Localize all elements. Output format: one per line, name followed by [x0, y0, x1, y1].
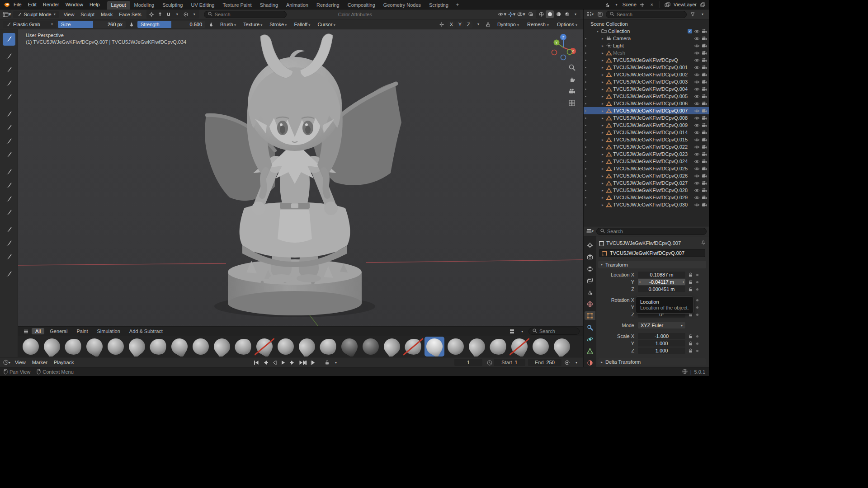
shelf-menu-icon[interactable] — [22, 328, 30, 335]
hide-eye-icon[interactable] — [694, 138, 700, 142]
expand-chevron-icon[interactable]: ▸ — [600, 44, 605, 48]
brush-thumbnail-15[interactable] — [318, 337, 338, 357]
workspace-tab-shading[interactable]: Shading — [256, 1, 282, 9]
expand-chevron-icon[interactable]: ▸ — [600, 102, 605, 106]
sculpt-tool-16[interactable] — [3, 251, 15, 263]
brush-thumbnail-12[interactable] — [255, 337, 274, 357]
menu-edit[interactable]: Edit — [25, 1, 40, 8]
sculpt-tool-6[interactable] — [3, 108, 15, 121]
outliner-row-tvcu5jwjegwkfiwfdcpvq-003[interactable]: ▸TVCU5JWJeGwKFiwfDCpvQ.003 — [584, 78, 709, 85]
gizmos-toggle-icon[interactable]: ▾ — [508, 10, 516, 18]
disable-render-icon[interactable] — [702, 101, 707, 106]
next-keyframe-button[interactable] — [288, 359, 297, 366]
outliner-row-tvcu5jwjegwkfiwfdcpvq-030[interactable]: ▸TVCU5JWJeGwKFiwfDCpvQ.030 — [584, 201, 709, 208]
sculpt-model[interactable] — [18, 29, 583, 357]
visibility-eye-icon[interactable]: ▾ — [498, 10, 506, 18]
prev-keyframe-button[interactable] — [261, 359, 269, 366]
3d-viewport[interactable]: User Perspective (1) TVCU5JWJeGwKFiwfDCp… — [18, 29, 583, 357]
hide-eye-icon[interactable] — [694, 160, 700, 164]
expand-chevron-icon[interactable]: ▸ — [600, 123, 605, 127]
decrement-arrow-icon[interactable]: ‹ — [639, 279, 641, 285]
brush-thumbnail-17[interactable] — [361, 337, 381, 357]
brush-thumbnail-19[interactable] — [403, 337, 423, 357]
workspace-tab-layout[interactable]: Layout — [107, 1, 130, 9]
snap-magnet-icon[interactable] — [165, 10, 173, 18]
hide-eye-icon[interactable] — [694, 123, 700, 127]
frame-start-field[interactable]: Start1 — [494, 359, 525, 366]
sculpt-tool-15[interactable] — [3, 237, 15, 250]
expand-chevron-icon[interactable]: ▸ — [600, 174, 605, 178]
animate-dot[interactable] — [696, 335, 698, 338]
animate-dot[interactable] — [696, 343, 698, 345]
brush-thumbnail-4[interactable] — [85, 337, 104, 357]
blender-logo-icon[interactable] — [3, 1, 10, 8]
popover-falloff[interactable]: Falloff ▾ — [291, 21, 313, 28]
navigation-gizmo[interactable]: Z X Y — [549, 32, 578, 61]
disable-render-icon[interactable] — [702, 36, 707, 41]
ortho-toggle-icon[interactable] — [568, 99, 576, 107]
add-viewlayer-icon[interactable] — [699, 1, 706, 8]
disable-render-icon[interactable] — [702, 108, 707, 113]
outliner-row-light[interactable]: ▸Light — [584, 42, 709, 49]
mirror-y-toggle[interactable]: Y — [456, 21, 464, 28]
disable-render-icon[interactable] — [702, 94, 707, 99]
workspace-tab-texture-paint[interactable]: Texture Paint — [218, 1, 255, 9]
brush-thumbnail-8[interactable] — [170, 337, 189, 357]
outliner-row-tvcu5jwjegwkfiwfdcpvq-026[interactable]: ▸TVCU5JWJeGwKFiwfDCpvQ.026 — [584, 172, 709, 179]
lock-icon[interactable] — [687, 341, 693, 346]
sculpt-tool-2[interactable] — [3, 50, 15, 63]
hide-eye-icon[interactable] — [694, 51, 700, 55]
brush-thumbnail-23[interactable] — [488, 337, 508, 357]
cursor-tool-icon[interactable] — [147, 10, 156, 18]
outliner-display-mode-icon[interactable] — [596, 10, 604, 18]
timeline-menu-marker[interactable]: Marker — [29, 359, 51, 366]
shading-wireframe-icon[interactable] — [537, 10, 545, 18]
disable-render-icon[interactable] — [702, 116, 707, 120]
expand-chevron-icon[interactable]: ▸ — [600, 152, 605, 156]
brush-thumbnail-11[interactable] — [233, 337, 253, 357]
brush-thumbnail-3[interactable] — [63, 337, 83, 357]
sculpt-tool-12[interactable] — [3, 193, 15, 206]
shelf-tab-paint[interactable]: Paint — [73, 328, 91, 334]
shading-rendered-icon[interactable] — [563, 10, 571, 18]
lock-icon[interactable] — [687, 272, 693, 277]
location-x-field[interactable]: 0.10887 m — [638, 272, 685, 278]
animate-dot[interactable] — [696, 281, 698, 283]
unlink-scene-icon[interactable]: × — [648, 1, 656, 8]
disable-render-icon[interactable] — [702, 152, 707, 156]
properties-tab-modifiers[interactable] — [585, 323, 595, 332]
outliner-row-tvcu5jwjegwkfiwfdcpvq-007[interactable]: ▸TVCU5JWJeGwKFiwfDCpvQ.007 — [584, 107, 709, 114]
timeline-menu-view[interactable]: View — [12, 359, 29, 366]
animate-dot[interactable] — [696, 350, 698, 352]
y-field[interactable]: ‹-0.04117 m› — [638, 279, 685, 285]
sculpt-tool-10[interactable] — [3, 166, 15, 178]
expand-chevron-icon[interactable]: ▸ — [600, 66, 605, 70]
transform-panel-header[interactable]: ▾Transform — [598, 261, 706, 268]
viewport-menu-mask[interactable]: Mask — [98, 11, 116, 18]
hide-eye-icon[interactable] — [694, 73, 700, 77]
hide-eye-icon[interactable] — [694, 196, 700, 200]
properties-editor-icon[interactable]: ▾ — [586, 227, 594, 235]
hide-eye-icon[interactable] — [694, 94, 700, 99]
brush-thumbnail-10[interactable] — [212, 337, 232, 357]
timeline-menu-playback[interactable]: Playback — [51, 359, 77, 366]
disable-render-icon[interactable] — [702, 181, 707, 185]
disable-render-icon[interactable] — [702, 72, 707, 77]
viewport-menu-view[interactable]: View — [61, 11, 78, 18]
sculpt-tool-1[interactable] — [3, 33, 15, 46]
lock-icon[interactable] — [687, 334, 693, 338]
hide-eye-icon[interactable] — [694, 145, 700, 149]
disable-render-icon[interactable] — [702, 130, 707, 135]
add-workspace-button[interactable]: + — [453, 1, 462, 8]
disable-render-icon[interactable] — [702, 174, 707, 178]
outliner-row-tvcu5jwjegwkfiwfdcpvq-004[interactable]: ▸TVCU5JWJeGwKFiwfDCpvQ.004 — [584, 85, 709, 93]
brush-thumbnail-18[interactable] — [382, 337, 402, 357]
properties-tab-view-layer[interactable] — [585, 276, 595, 285]
viewport-menu-sculpt[interactable]: Sculpt — [77, 11, 98, 18]
popover-brush[interactable]: Brush ▾ — [217, 21, 239, 28]
brush-thumbnail-24[interactable] — [509, 337, 529, 357]
expand-chevron-icon[interactable]: ▸ — [600, 116, 605, 120]
shelf-tab-simulation[interactable]: Simulation — [93, 328, 123, 334]
sculpt-tool-4[interactable] — [3, 77, 15, 90]
outliner-row-mesh[interactable]: ▸Mesh — [584, 49, 709, 56]
